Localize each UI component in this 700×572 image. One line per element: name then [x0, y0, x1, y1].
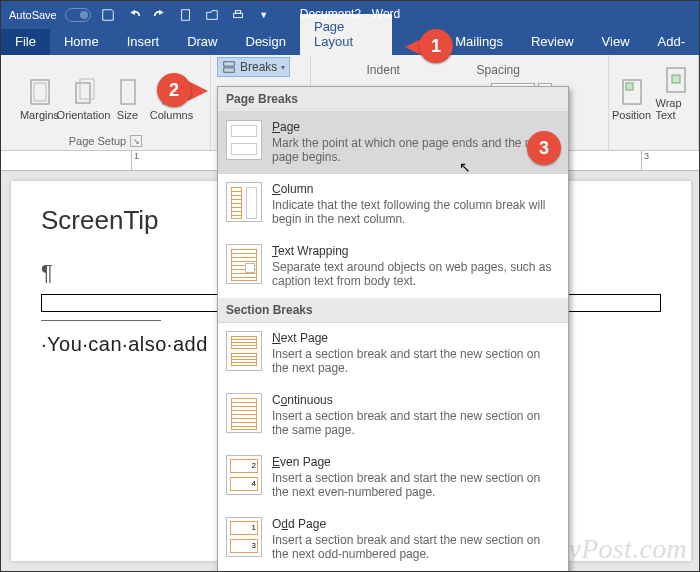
- tab-home[interactable]: Home: [50, 29, 113, 55]
- cursor-icon: ↖: [459, 159, 471, 175]
- window-title: Document2 - Word: [300, 7, 400, 21]
- odd-page-icon: 13: [226, 517, 262, 557]
- ribbon-tabs: File Home Insert Draw Design Page Layout…: [1, 29, 699, 55]
- footnote-line: [41, 320, 161, 321]
- tab-insert[interactable]: Insert: [113, 29, 174, 55]
- break-next-page[interactable]: Next PageInsert a section break and star…: [218, 323, 568, 385]
- page-setup-launcher[interactable]: ↘: [130, 135, 142, 147]
- qat-more-icon[interactable]: ▼: [255, 6, 273, 24]
- svg-rect-2: [235, 11, 240, 14]
- indent-label: Indent: [367, 63, 467, 77]
- tab-view[interactable]: View: [588, 29, 644, 55]
- open-icon[interactable]: [203, 6, 221, 24]
- size-button[interactable]: Size: [108, 59, 148, 123]
- svg-rect-0: [181, 10, 189, 21]
- break-even-page[interactable]: 24 Even PageInsert a section break and s…: [218, 447, 568, 509]
- page-break-icon: [226, 120, 262, 160]
- redo-icon[interactable]: [151, 6, 169, 24]
- break-text-wrapping[interactable]: Text WrappingSeparate text around object…: [218, 236, 568, 298]
- new-icon[interactable]: [177, 6, 195, 24]
- page-breaks-header: Page Breaks: [218, 87, 568, 112]
- continuous-icon: [226, 393, 262, 433]
- svg-rect-7: [121, 80, 135, 104]
- group-page-setup: Page Setup: [69, 135, 127, 147]
- callout-2: 2: [157, 73, 191, 107]
- breaks-dropdown: Page Breaks PageMark the point at which …: [217, 86, 569, 572]
- break-page[interactable]: PageMark the point at which one page end…: [218, 112, 568, 174]
- next-page-icon: [226, 331, 262, 371]
- save-icon[interactable]: [99, 6, 117, 24]
- svg-rect-15: [672, 75, 680, 83]
- chevron-down-icon: ▾: [281, 63, 285, 72]
- print-icon[interactable]: [229, 6, 247, 24]
- svg-rect-4: [34, 83, 46, 101]
- autosave-toggle[interactable]: [65, 8, 91, 22]
- position-button[interactable]: Position: [612, 59, 652, 123]
- svg-rect-11: [224, 68, 235, 72]
- wrap-text-button[interactable]: Wrap Text: [656, 59, 696, 123]
- svg-rect-10: [224, 62, 235, 66]
- svg-rect-1: [233, 13, 242, 17]
- column-break-icon: [226, 182, 262, 222]
- orientation-button[interactable]: Orientation: [64, 59, 104, 123]
- tab-draw[interactable]: Draw: [173, 29, 231, 55]
- spacing-label: Spacing: [477, 63, 553, 77]
- tab-review[interactable]: Review: [517, 29, 588, 55]
- svg-rect-6: [80, 79, 94, 99]
- autosave-label: AutoSave: [9, 9, 57, 21]
- margins-button[interactable]: Margins: [20, 59, 60, 123]
- undo-icon[interactable]: [125, 6, 143, 24]
- text-wrapping-icon: [226, 244, 262, 284]
- breaks-button[interactable]: Breaks▾: [217, 57, 290, 77]
- break-continuous[interactable]: ContinuousInsert a section break and sta…: [218, 385, 568, 447]
- callout-1: 1: [419, 29, 453, 63]
- break-odd-page[interactable]: 13 Odd PageInsert a section break and st…: [218, 509, 568, 571]
- svg-rect-13: [626, 83, 633, 90]
- svg-rect-5: [76, 83, 90, 103]
- even-page-icon: 24: [226, 455, 262, 495]
- callout-3: 3: [527, 131, 561, 165]
- tab-addins[interactable]: Add-: [644, 29, 699, 55]
- section-breaks-header: Section Breaks: [218, 298, 568, 323]
- tab-design[interactable]: Design: [232, 29, 300, 55]
- tab-file[interactable]: File: [1, 29, 50, 55]
- break-column[interactable]: ColumnIndicate that the text following t…: [218, 174, 568, 236]
